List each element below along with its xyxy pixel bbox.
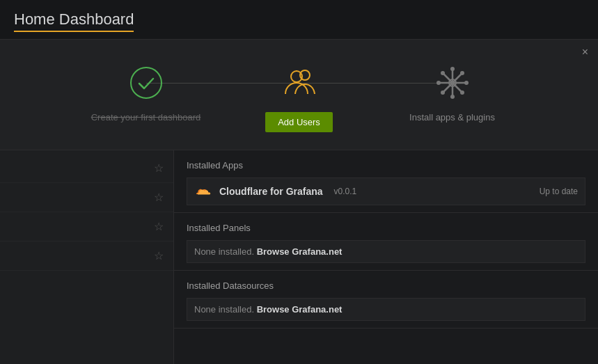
browse-grafana-panels-link[interactable]: Browse Grafana.net xyxy=(257,246,343,257)
step-icon-check xyxy=(124,61,168,105)
svg-point-9 xyxy=(436,81,441,85)
app-status: Up to date xyxy=(540,187,578,196)
sidebar-item-1[interactable]: ☆ xyxy=(0,154,173,183)
sidebar-item-4[interactable]: ☆ xyxy=(0,242,173,271)
step-label-create-dashboard: Create your first dashboard xyxy=(91,112,201,122)
step-add-users: Add Users xyxy=(223,61,376,132)
welcome-banner: × Create your first dashboard xyxy=(0,40,598,150)
step-label-install-apps: Install apps & plugins xyxy=(409,112,495,122)
header: Home Dashboard xyxy=(0,0,598,40)
none-installed-datasources-text: None installed. xyxy=(194,304,254,315)
none-installed-panels-text: None installed. xyxy=(194,246,254,257)
installed-datasources-section: Installed Datasources None installed. Br… xyxy=(174,271,598,329)
steps-container: Create your first dashboard Add Users xyxy=(0,61,598,132)
content: Installed Apps Cloudflare for Grafana v0… xyxy=(174,150,598,364)
installed-panels-title: Installed Panels xyxy=(187,223,585,233)
svg-point-7 xyxy=(450,67,455,71)
svg-point-8 xyxy=(450,95,455,99)
installed-apps-section: Installed Apps Cloudflare for Grafana v0… xyxy=(174,150,598,213)
svg-point-13 xyxy=(460,71,464,75)
step-icon-plugins xyxy=(430,61,475,105)
star-icon-2: ☆ xyxy=(154,191,164,204)
app-item-left: Cloudflare for Grafana v0.0.1 xyxy=(194,184,356,199)
sidebar-item-2[interactable]: ☆ xyxy=(0,183,173,212)
close-button[interactable]: × xyxy=(582,47,588,58)
installed-panels-section: Installed Panels None installed. Browse … xyxy=(174,213,598,271)
browse-grafana-datasources-link[interactable]: Browse Grafana.net xyxy=(257,304,343,315)
star-icon-1: ☆ xyxy=(154,161,164,175)
svg-point-11 xyxy=(441,71,445,75)
page-title: Home Dashboard xyxy=(14,10,134,32)
step-create-dashboard: Create your first dashboard xyxy=(70,61,223,122)
installed-datasources-none: None installed. Browse Grafana.net xyxy=(187,298,585,321)
add-users-button[interactable]: Add Users xyxy=(265,112,333,132)
main: ☆ ☆ ☆ ☆ Installed Apps xyxy=(0,150,598,364)
step-action-add-users[interactable]: Add Users xyxy=(265,112,333,132)
app-version: v0.0.1 xyxy=(334,187,357,196)
sidebar-item-3[interactable]: ☆ xyxy=(0,212,173,242)
sidebar: ☆ ☆ ☆ ☆ xyxy=(0,150,174,364)
star-icon-4: ☆ xyxy=(154,249,164,262)
installed-datasources-title: Installed Datasources xyxy=(187,280,585,291)
installed-apps-title: Installed Apps xyxy=(187,160,585,171)
app-item-cloudflare: Cloudflare for Grafana v0.0.1 Up to date xyxy=(187,177,585,205)
cloudflare-icon xyxy=(194,184,212,199)
step-install-apps: Install apps & plugins xyxy=(376,61,529,122)
svg-point-14 xyxy=(441,90,445,95)
svg-point-12 xyxy=(460,90,464,95)
app-name: Cloudflare for Grafana xyxy=(219,186,323,197)
step-icon-users xyxy=(277,61,322,105)
svg-point-0 xyxy=(131,68,162,98)
star-icon-3: ☆ xyxy=(154,220,164,233)
installed-panels-none: None installed. Browse Grafana.net xyxy=(187,240,585,263)
svg-point-10 xyxy=(464,81,469,85)
